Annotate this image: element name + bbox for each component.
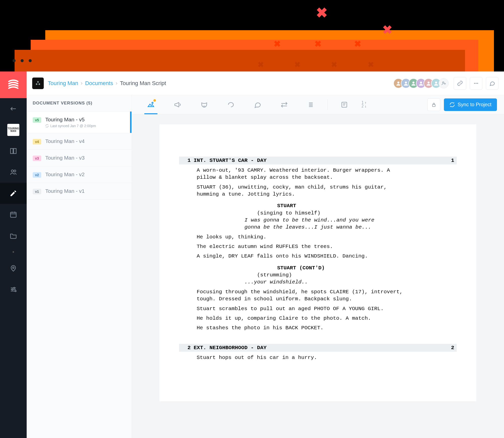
script-action[interactable]: He holds it up, comparing Claire to the … bbox=[197, 315, 403, 322]
project-chip[interactable] bbox=[32, 78, 44, 89]
svg-point-2 bbox=[11, 170, 14, 172]
link-icon[interactable] bbox=[454, 77, 466, 90]
script-character[interactable]: STUART (CONT'D) bbox=[277, 265, 454, 272]
comments-icon[interactable] bbox=[486, 77, 498, 90]
top-bar: Touring Man › Documents › Touring Man Sc… bbox=[27, 71, 504, 95]
scene-number-right: 1 bbox=[442, 158, 454, 163]
script-action[interactable]: A single, DRY LEAF falls onto his WINDSH… bbox=[197, 253, 403, 260]
project-card[interactable]: TOURING MAN bbox=[0, 119, 27, 140]
version-item[interactable]: v2Touring Man - v2 bbox=[27, 166, 132, 183]
script-action[interactable]: Focusing through the windshield, he spot… bbox=[197, 288, 403, 303]
script-paper[interactable]: 1INT. STUART'S CAR - DAY1A worn-out, '93… bbox=[159, 124, 476, 401]
script-action[interactable]: A worn-out, '93 CAMRY. Weathered interio… bbox=[197, 167, 403, 181]
editor-toolbar: 1↑ 2↓ Sync to Project bbox=[132, 95, 504, 114]
chevron-right-icon: › bbox=[116, 80, 117, 87]
main-column: Touring Man › Documents › Touring Man Sc… bbox=[27, 71, 504, 438]
note-icon[interactable] bbox=[340, 98, 349, 112]
breadcrumb: Touring Man › Documents › Touring Man Sc… bbox=[48, 80, 166, 87]
breadcrumb-project[interactable]: Touring Man bbox=[48, 80, 78, 87]
transition-icon[interactable] bbox=[280, 98, 289, 112]
svg-rect-4 bbox=[11, 212, 16, 217]
chevron-right-icon: › bbox=[81, 80, 82, 87]
scene-heading-text: EXT. NEIGHBORHOOD - DAY bbox=[194, 345, 442, 351]
add-collaborator-button[interactable] bbox=[439, 78, 449, 88]
version-badge: v3 bbox=[33, 156, 41, 161]
svg-point-7 bbox=[12, 289, 13, 290]
calendar-icon[interactable] bbox=[0, 204, 27, 225]
toolbar-separator bbox=[327, 99, 328, 110]
collaborator-avatars[interactable] bbox=[393, 78, 450, 88]
version-item[interactable]: v3Touring Man - v3 bbox=[27, 150, 132, 166]
sync-to-project-button[interactable]: Sync to Project bbox=[444, 98, 497, 111]
script-action[interactable]: He stashes the photo in his BACK POCKET. bbox=[197, 324, 403, 332]
app-logo[interactable] bbox=[0, 71, 27, 98]
paper-scroll[interactable]: 1INT. STUART'S CAR - DAY1A worn-out, '93… bbox=[132, 114, 504, 438]
scene-heading[interactable]: 2EXT. NEIGHBORHOOD - DAY2 bbox=[179, 344, 457, 352]
svg-point-14 bbox=[412, 82, 414, 84]
left-rail: TOURING MAN bbox=[0, 71, 27, 438]
script-dialogue[interactable]: I was gonna to be the wind...and you wer… bbox=[244, 217, 375, 231]
scene-heading-text: INT. STUART'S CAR - DAY bbox=[194, 158, 442, 163]
version-item[interactable]: v5Touring Man - v5Last synced Jan 7 @ 2:… bbox=[27, 112, 132, 133]
version-title: Touring Man - v5 bbox=[45, 117, 96, 123]
version-title: Touring Man - v3 bbox=[45, 155, 85, 161]
breadcrumb-current: Touring Man Script bbox=[120, 80, 166, 87]
version-title: Touring Man - v4 bbox=[45, 138, 85, 144]
megaphone-icon[interactable] bbox=[173, 98, 182, 112]
script-action[interactable]: STUART (36), unwitting, cocky, man child… bbox=[197, 184, 403, 198]
svg-rect-24 bbox=[433, 104, 435, 106]
scene-number-left: 1 bbox=[182, 158, 194, 163]
svg-point-5 bbox=[13, 267, 14, 268]
settings-sliders-icon[interactable] bbox=[0, 279, 27, 300]
shape-icon[interactable] bbox=[226, 98, 235, 112]
lock-icon[interactable] bbox=[427, 98, 440, 111]
numbering-icon[interactable]: 1↑ 2↓ bbox=[361, 98, 367, 112]
folder-icon[interactable] bbox=[0, 225, 27, 246]
svg-rect-0 bbox=[11, 149, 13, 154]
script-action[interactable]: The electric autumn wind RUFFLES the tre… bbox=[197, 243, 403, 250]
people-icon[interactable] bbox=[0, 162, 27, 183]
script-character[interactable]: STUART bbox=[277, 202, 454, 209]
version-item[interactable]: v4Touring Man - v4 bbox=[27, 133, 132, 150]
script-parenthetical[interactable]: (singing to himself) bbox=[257, 210, 454, 217]
svg-point-15 bbox=[420, 82, 422, 84]
more-icon[interactable] bbox=[470, 77, 482, 90]
version-badge: v5 bbox=[33, 117, 41, 123]
svg-point-6 bbox=[14, 287, 15, 288]
version-sync-label: Last synced Jan 7 @ 2:00pm bbox=[45, 124, 96, 128]
back-icon[interactable] bbox=[0, 98, 27, 119]
sync-button-label: Sync to Project bbox=[457, 102, 491, 107]
svg-point-9 bbox=[37, 81, 39, 83]
decorative-bands: ✖✖✖✖✖✖✖✖✖ bbox=[0, 0, 504, 73]
versions-header: DOCUMENT VERSIONS (5) bbox=[27, 95, 132, 112]
script-action[interactable]: Stuart hops out of his car in a hurry. bbox=[197, 354, 403, 361]
svg-point-8 bbox=[15, 290, 16, 292]
pin-icon[interactable] bbox=[0, 258, 27, 279]
mask-icon[interactable] bbox=[200, 98, 209, 112]
paragraph-align-icon[interactable] bbox=[306, 98, 315, 112]
script-action[interactable]: Stuart scrambles to pull out an aged PHO… bbox=[197, 305, 403, 312]
svg-point-22 bbox=[152, 102, 153, 103]
version-title: Touring Man - v1 bbox=[45, 188, 85, 194]
script-action[interactable]: He looks up, thinking. bbox=[197, 234, 403, 241]
scenery-icon[interactable] bbox=[146, 98, 155, 112]
content-row: DOCUMENT VERSIONS (5) v5Touring Man - v5… bbox=[27, 95, 504, 438]
versions-panel: DOCUMENT VERSIONS (5) v5Touring Man - v5… bbox=[27, 95, 132, 438]
version-item[interactable]: v1Touring Man - v1 bbox=[27, 183, 132, 200]
version-badge: v2 bbox=[33, 172, 41, 178]
script-parenthetical[interactable]: (strumming) bbox=[257, 272, 454, 279]
speech-bubble-icon[interactable] bbox=[253, 98, 262, 112]
svg-point-13 bbox=[405, 82, 407, 84]
svg-point-20 bbox=[476, 83, 477, 84]
scene-number-right: 2 bbox=[442, 345, 454, 351]
scene-heading[interactable]: 1INT. STUART'S CAR - DAY1 bbox=[179, 157, 457, 164]
version-title: Touring Man - v2 bbox=[45, 171, 85, 177]
edit-icon[interactable] bbox=[0, 183, 27, 204]
svg-point-3 bbox=[14, 170, 16, 172]
app-frame: TOURING MAN Touring bbox=[0, 71, 504, 438]
breadcrumb-folder[interactable]: Documents bbox=[85, 80, 113, 87]
layout-icon[interactable] bbox=[0, 140, 27, 162]
script-dialogue[interactable]: ...your windshield.. bbox=[244, 279, 375, 286]
svg-rect-1 bbox=[14, 149, 16, 154]
editor-pane: 1↑ 2↓ Sync to Project 1INT. STUART'S CAR bbox=[132, 95, 504, 438]
